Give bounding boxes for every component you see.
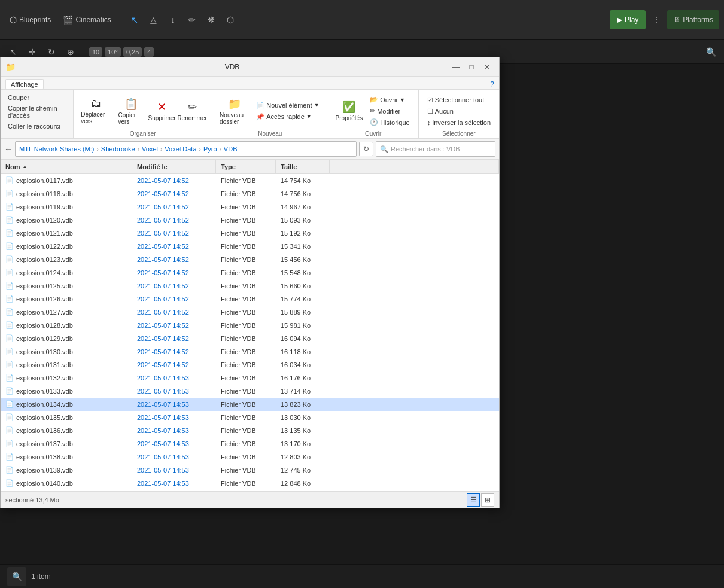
table-row[interactable]: 📄 explosion.0133.vdb 2021-05-07 14:53 Fi… [1,385,499,398]
file-modified: 2021-05-07 14:53 [132,401,216,408]
address-path[interactable]: MTL Network Shares (M:) › Sherbrooke › V… [15,141,357,157]
table-row[interactable]: 📄 explosion.0117.vdb 2021-05-07 14:52 Fi… [1,174,499,187]
list-view-button[interactable]: ☰ [467,493,480,507]
file-type: Fichier VDB [216,295,276,303]
table-row[interactable]: 📄 explosion.0129.vdb 2021-05-07 14:52 Fi… [1,332,499,345]
table-row[interactable]: 📄 explosion.0139.vdb 2021-05-07 14:53 Fi… [1,464,499,477]
path-part-network[interactable]: MTL Network Shares (M:) [19,145,95,153]
table-row[interactable]: 📄 explosion.0140.vdb 2021-05-07 14:53 Fi… [1,477,499,490]
table-row[interactable]: 📄 explosion.0120.vdb 2021-05-07 14:52 Fi… [1,214,499,227]
select-all-button[interactable]: ☑ Sélectionner tout [424,95,494,105]
table-row[interactable]: 📄 explosion.0124.vdb 2021-05-07 14:52 Fi… [1,266,499,279]
context-menu: Couper Copier le chemin d'accès Coller l… [1,90,74,138]
context-paste-shortcut[interactable]: Coller le raccourci [1,121,73,132]
file-type: Fichier VDB [216,269,276,276]
large-icon-view-button[interactable]: ⊞ [481,493,494,507]
minimize-button[interactable]: — [449,60,463,74]
table-row[interactable]: 📄 explosion.0131.vdb 2021-05-07 14:52 Fi… [1,358,499,371]
invert-selection-button[interactable]: ↕ Inverser la sélection [424,118,494,127]
blueprints-icon: ⬡ [10,15,17,25]
file-type: Fichier VDB [216,427,276,434]
move-to-button[interactable]: 🗂 Déplacer vers [78,96,114,126]
new-folder-button[interactable]: 📁 Nouveau dossier [217,96,251,126]
rename-button[interactable]: ✏ Renommer [177,99,207,123]
delete-button[interactable]: ✕ Supprimer [148,99,176,123]
foliage-tool-button[interactable]: ↓ [165,11,181,28]
search-box[interactable]: 🔍 Rechercher dans : VDB [376,141,495,157]
properties-button[interactable]: ✅ Propriétés [333,99,366,123]
column-header-name[interactable]: Nom ▲ [1,160,132,173]
file-type: Fichier VDB [216,230,276,237]
file-name: 📄 explosion.0122.vdb [1,242,132,250]
refresh-button[interactable]: ↻ [359,142,373,156]
copy-to-button[interactable]: 📋 Copier vers [116,96,147,126]
play-button[interactable]: ▶ Play [610,10,646,29]
file-type: Fichier VDB [216,348,276,355]
table-row[interactable]: 📄 explosion.0137.vdb 2021-05-07 14:53 Fi… [1,437,499,450]
search-scene-button[interactable]: 🔍 [702,44,719,60]
file-size: 13 135 Ko [276,427,330,434]
file-size: 12 848 Ko [276,480,330,487]
table-row[interactable]: 📄 explosion.0122.vdb 2021-05-07 14:52 Fi… [1,240,499,253]
file-name: 📄 explosion.0127.vdb [1,308,132,316]
table-row[interactable]: 📄 explosion.0134.vdb 2021-05-07 14:53 Fi… [1,398,499,411]
table-row[interactable]: 📄 explosion.0125.vdb 2021-05-07 14:52 Fi… [1,279,499,293]
select-none-button[interactable]: ☐ Aucun [424,106,494,117]
table-row[interactable]: 📄 explosion.0128.vdb 2021-05-07 14:52 Fi… [1,319,499,332]
edit-icon: ✏ [370,107,375,115]
landscape-tool-button[interactable]: △ [145,11,162,28]
file-size: 14 756 Ko [276,190,330,197]
quick-access-button[interactable]: 📌 Accès rapide ▼ [253,112,323,122]
new-element-button[interactable]: 📄 Nouvel élément ▼ [253,100,323,111]
open-button[interactable]: 📂 Ouvrir ▼ [366,95,413,105]
table-row[interactable]: 📄 explosion.0121.vdb 2021-05-07 14:52 Fi… [1,227,499,240]
geometry-tool-button[interactable]: ✏ [184,11,200,28]
platforms-icon: 🖥 [673,16,680,24]
table-row[interactable]: 📄 explosion.0138.vdb 2021-05-07 14:53 Fi… [1,450,499,464]
context-copy-path[interactable]: Copier le chemin d'accès [1,103,73,121]
path-part-voxeldata[interactable]: Voxel Data [165,145,196,153]
file-size: 13 030 Ko [276,414,330,421]
file-type: Fichier VDB [216,177,276,184]
modeling-tool-button[interactable]: ❋ [203,11,220,28]
context-cut[interactable]: Couper [1,92,73,103]
table-row[interactable]: 📄 explosion.0126.vdb 2021-05-07 14:52 Fi… [1,293,499,306]
table-row[interactable]: 📄 explosion.0123.vdb 2021-05-07 14:52 Fi… [1,253,499,266]
file-type: Fichier VDB [216,322,276,329]
close-button[interactable]: ✕ [480,60,494,74]
select-tool-button[interactable]: ↖ [126,11,143,28]
table-row[interactable]: 📄 explosion.0132.vdb 2021-05-07 14:53 Fi… [1,371,499,385]
path-part-pyro[interactable]: Pyro [203,145,217,153]
fracture-tool-button[interactable]: ⬡ [222,11,239,28]
table-row[interactable]: 📄 explosion.0136.vdb 2021-05-07 14:53 Fi… [1,424,499,437]
file-name: 📄 explosion.0140.vdb [1,479,132,487]
table-row[interactable]: 📄 explosion.0130.vdb 2021-05-07 14:52 Fi… [1,345,499,358]
file-icon: 📄 [5,334,14,342]
file-list: 📄 explosion.0117.vdb 2021-05-07 14:52 Fi… [1,174,499,491]
file-size: 15 548 Ko [276,269,330,276]
ribbon-help-button[interactable]: ? [490,79,494,89]
table-row[interactable]: 📄 explosion.0135.vdb 2021-05-07 14:53 Fi… [1,411,499,424]
file-modified: 2021-05-07 14:53 [132,480,216,487]
platforms-button[interactable]: 🖥 Platforms [667,10,719,29]
blueprints-label: Blueprints [19,16,51,24]
column-header-type[interactable]: Type [216,160,276,173]
path-part-voxel[interactable]: Voxel [142,145,158,153]
table-row[interactable]: 📄 explosion.0118.vdb 2021-05-07 14:52 Fi… [1,187,499,200]
history-button[interactable]: 🕐 Historique [366,117,413,127]
maximize-button[interactable]: □ [464,60,479,74]
table-row[interactable]: 📄 explosion.0127.vdb 2021-05-07 14:52 Fi… [1,306,499,319]
edit-button[interactable]: ✏ Modifier [366,106,413,116]
cinematics-button[interactable]: 🎬 Cinematics [58,10,115,29]
path-part-vdb[interactable]: VDB [224,145,238,153]
search-button[interactable]: 🔍 [7,567,26,586]
column-header-modified[interactable]: Modifié le [132,160,216,173]
table-row[interactable]: 📄 explosion.0119.vdb 2021-05-07 14:52 Fi… [1,200,499,214]
back-button[interactable]: ← [4,144,13,154]
blueprints-button[interactable]: ⬡ Blueprints [5,10,56,29]
file-size: 15 660 Ko [276,282,330,290]
ribbon-tab-affichage[interactable]: Affichage [5,79,44,89]
play-options-button[interactable]: ⋮ [648,11,665,28]
path-part-sherbrooke[interactable]: Sherbrooke [101,145,135,153]
column-header-size[interactable]: Taille [276,160,330,173]
